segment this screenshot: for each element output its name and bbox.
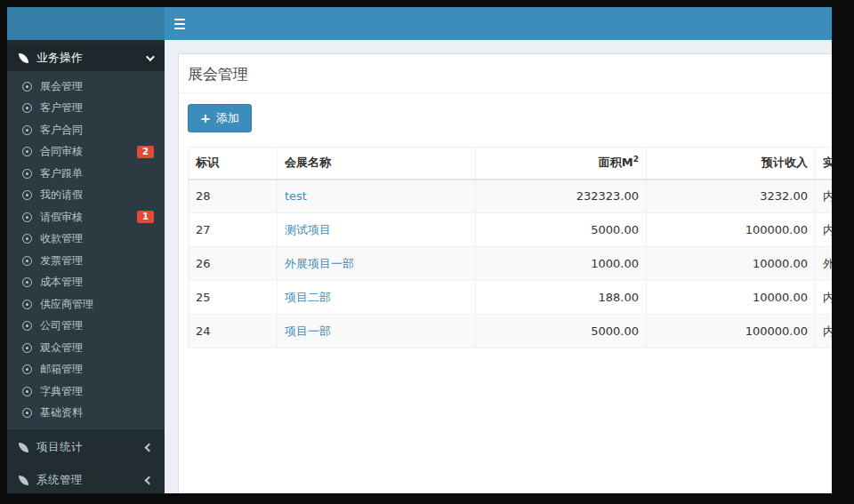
cell-dept: 内展项目 <box>816 281 833 315</box>
cell-dept: 内展项目 <box>816 180 833 213</box>
content-area: 展会管理 + 添加 标识 会展名称 面积M2 预计收入 <box>165 40 832 493</box>
table-row: 26 外展项目一部 1000.00 10000.00 外展项目 <box>189 247 833 281</box>
add-button-label: 添加 <box>216 110 239 126</box>
logo-area <box>7 7 165 40</box>
dot-circle-icon <box>22 321 32 331</box>
dot-circle-icon <box>22 212 32 222</box>
exhibition-link[interactable]: 项目二部 <box>285 291 331 304</box>
sidebar-item-cost-mgmt[interactable]: 成本管理 <box>7 272 165 294</box>
table-header-row: 标识 会展名称 面积M2 预计收入 实施部门 <box>189 148 833 180</box>
section-label: 系统管理 <box>36 473 138 488</box>
exhibition-link[interactable]: 测试项目 <box>285 223 331 236</box>
chevron-down-icon <box>146 52 155 61</box>
sidebar-item-customer-mgmt[interactable]: 客户管理 <box>7 98 165 120</box>
dot-circle-icon <box>22 277 32 287</box>
dot-circle-icon <box>22 190 32 200</box>
exhibition-link[interactable]: test <box>285 189 307 203</box>
column-header-id: 标识 <box>189 148 278 180</box>
cell-id: 24 <box>189 315 278 348</box>
navbar <box>165 7 832 40</box>
column-header-dept: 实施部门 <box>816 148 833 180</box>
sidebar-item-payment-mgmt[interactable]: 收款管理 <box>7 228 165 251</box>
sidebar-item-basic-data[interactable]: 基础资料 <box>7 403 165 425</box>
dot-circle-icon <box>22 103 32 113</box>
exhibition-link[interactable]: 外展项目一部 <box>285 257 354 270</box>
cell-income: 10000.00 <box>647 281 816 315</box>
cell-id: 28 <box>189 180 278 213</box>
cell-area: 1000.00 <box>476 247 647 281</box>
dot-circle-icon <box>22 125 32 135</box>
dot-circle-icon <box>22 234 32 244</box>
column-header-income: 预计收入 <box>647 148 816 180</box>
sidebar-item-dictionary-mgmt[interactable]: 字典管理 <box>7 380 165 403</box>
plus-icon: + <box>200 112 211 124</box>
chevron-left-icon <box>145 443 154 452</box>
hamburger-icon <box>174 19 185 20</box>
sidebar-section-system-mgmt[interactable]: 系统管理 <box>7 465 165 493</box>
leaf-icon <box>19 53 28 63</box>
table-row: 25 项目二部 188.00 10000.00 内展项目 <box>189 281 833 315</box>
cell-name: test <box>278 180 476 213</box>
cell-area: 232323.00 <box>476 180 647 213</box>
sidebar-item-customer-followup[interactable]: 客户跟单 <box>7 163 165 185</box>
cell-area: 5000.00 <box>476 315 647 348</box>
cell-id: 27 <box>189 213 278 247</box>
cell-id: 26 <box>189 247 278 281</box>
cell-area: 188.00 <box>476 281 647 315</box>
cell-name: 项目一部 <box>278 315 476 348</box>
panel-body: + 添加 标识 会展名称 面积M2 预计收入 实施部门 <box>179 93 832 357</box>
cell-area: 5000.00 <box>476 213 647 247</box>
sidebar-item-mailbox-mgmt[interactable]: 邮箱管理 <box>7 359 165 381</box>
cell-dept: 内展项目 <box>816 213 833 247</box>
sidebar-item-audience-mgmt[interactable]: 观众管理 <box>7 337 165 359</box>
dot-circle-icon <box>22 387 32 396</box>
notification-badge: 1 <box>137 211 154 223</box>
table-row: 28 test 232323.00 3232.00 内展项目 <box>189 180 833 213</box>
cell-name: 外展项目一部 <box>278 247 476 281</box>
chevron-left-icon <box>145 476 154 484</box>
sidebar-submenu: 展会管理 客户管理 客户合同 合同审核 2 客户跟单 <box>7 71 165 429</box>
notification-badge: 2 <box>137 146 154 158</box>
dot-circle-icon <box>22 364 32 374</box>
exhibition-link[interactable]: 项目一部 <box>285 324 331 338</box>
dot-circle-icon <box>22 82 32 92</box>
sidebar-section-project-stats[interactable]: 项目统计 <box>7 432 165 462</box>
leaf-icon <box>19 443 28 452</box>
leaf-icon <box>19 476 28 485</box>
section-label: 业务操作 <box>36 51 138 66</box>
dot-circle-icon <box>22 256 32 266</box>
add-button[interactable]: + 添加 <box>188 104 252 132</box>
top-header <box>7 7 832 40</box>
sidebar-toggle-button[interactable] <box>165 11 195 37</box>
dot-circle-icon <box>22 147 32 156</box>
cell-name: 测试项目 <box>278 213 476 247</box>
cell-income: 100000.00 <box>647 213 816 247</box>
dot-circle-icon <box>22 300 32 309</box>
sidebar-item-supplier-mgmt[interactable]: 供应商管理 <box>7 293 165 316</box>
exhibition-panel: 展会管理 + 添加 标识 会展名称 面积M2 预计收入 <box>178 53 832 493</box>
column-header-area: 面积M2 <box>476 148 647 180</box>
sidebar-item-my-leave[interactable]: 我的请假 <box>7 185 165 207</box>
section-label: 项目统计 <box>36 440 138 455</box>
sidebar-item-leave-review[interactable]: 请假审核 1 <box>7 206 165 228</box>
app-window: 业务操作 展会管理 客户管理 客户合同 合同审核 <box>7 7 832 493</box>
cell-income: 10000.00 <box>647 247 816 281</box>
sidebar-item-invoice-mgmt[interactable]: 发票管理 <box>7 250 165 272</box>
cell-id: 25 <box>189 281 278 315</box>
panel-header: 展会管理 <box>179 54 832 93</box>
dot-circle-icon <box>22 408 32 418</box>
column-header-name: 会展名称 <box>278 148 476 180</box>
cell-dept: 外展项目 <box>816 247 833 281</box>
cell-name: 项目二部 <box>278 281 476 315</box>
table-row: 27 测试项目 5000.00 100000.00 内展项目 <box>189 213 833 247</box>
sidebar-item-customer-contract[interactable]: 客户合同 <box>7 119 165 141</box>
dot-circle-icon <box>22 343 32 353</box>
sidebar-item-exhibition-mgmt[interactable]: 展会管理 <box>7 76 165 98</box>
cell-dept: 内展项目 <box>816 315 833 348</box>
sidebar-item-company-mgmt[interactable]: 公司管理 <box>7 316 165 338</box>
cell-income: 100000.00 <box>647 315 816 348</box>
table-row: 24 项目一部 5000.00 100000.00 内展项目 <box>189 315 833 348</box>
sidebar-item-contract-review[interactable]: 合同审核 2 <box>7 141 165 164</box>
dot-circle-icon <box>22 169 32 179</box>
sidebar-section-business-ops[interactable]: 业务操作 <box>7 44 165 71</box>
